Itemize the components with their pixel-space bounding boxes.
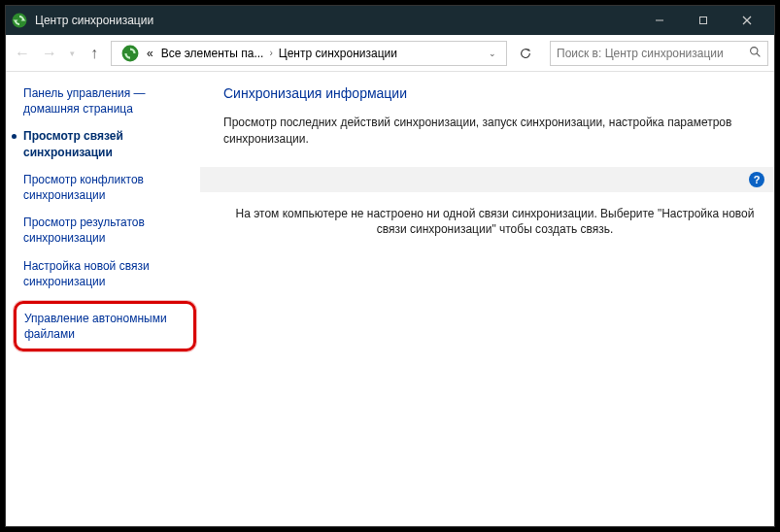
nav-up-button[interactable]: ↑ — [84, 43, 105, 64]
nav-back-button[interactable]: ← — [12, 43, 33, 64]
main-pane: Синхронизация информации Просмотр послед… — [200, 72, 774, 526]
page-title: Синхронизация информации — [223, 85, 774, 101]
svg-rect-4 — [699, 17, 706, 24]
search-icon — [749, 46, 762, 61]
info-bar: ? — [200, 167, 774, 192]
nav-recent-dropdown[interactable]: ▾ — [66, 43, 78, 64]
address-bar[interactable]: « Все элементы па... › Центр синхронизац… — [111, 41, 507, 66]
maximize-button[interactable] — [681, 6, 725, 35]
refresh-button[interactable] — [513, 41, 538, 66]
sync-center-window: Центр синхронизации ← → ▾ ↑ — [5, 5, 775, 527]
empty-state-message: На этом компьютере не настроено ни одной… — [223, 202, 774, 239]
address-dropdown[interactable]: ⌄ — [483, 49, 502, 58]
minimize-button[interactable] — [637, 6, 681, 35]
search-box[interactable] — [550, 41, 768, 66]
toolbar: ← → ▾ ↑ « Все элементы па... › Центр син… — [6, 35, 774, 72]
sidebar-home-link[interactable]: Панель управления — домашняя страница — [23, 85, 190, 116]
help-icon[interactable]: ? — [749, 172, 764, 187]
sidebar-item-view-partnerships[interactable]: Просмотр связей синхронизации — [23, 128, 190, 159]
sidebar-item-new-partnership[interactable]: Настройка новой связи синхронизации — [23, 258, 190, 289]
sync-icon — [121, 45, 139, 62]
svg-point-9 — [751, 47, 758, 53]
breadcrumb-prefix: « — [145, 47, 155, 60]
window-title: Центр синхронизации — [35, 14, 637, 27]
nav-forward-button[interactable]: → — [39, 43, 60, 64]
close-button[interactable] — [725, 6, 768, 35]
chevron-right-icon: › — [269, 48, 272, 58]
sidebar-item-offline-files[interactable]: Управление автономными файлами — [14, 301, 196, 351]
svg-line-10 — [757, 53, 760, 56]
sidebar: Панель управления — домашняя страница Пр… — [6, 72, 200, 526]
search-input[interactable] — [557, 47, 749, 60]
svg-marker-8 — [528, 48, 531, 50]
breadcrumb-item[interactable]: Все элементы па... — [159, 47, 266, 60]
breadcrumb-item[interactable]: Центр синхронизации — [277, 47, 399, 60]
titlebar: Центр синхронизации — [6, 6, 774, 35]
svg-point-7 — [122, 45, 139, 61]
sidebar-item-view-conflicts[interactable]: Просмотр конфликтов синхронизации — [23, 172, 190, 203]
sync-icon — [12, 13, 27, 28]
content-body: Панель управления — домашняя страница Пр… — [6, 72, 774, 526]
window-controls — [637, 6, 768, 35]
page-description: Просмотр последних действий синхронизаци… — [223, 115, 774, 148]
sidebar-item-view-results[interactable]: Просмотр результатов синхронизации — [23, 215, 190, 246]
